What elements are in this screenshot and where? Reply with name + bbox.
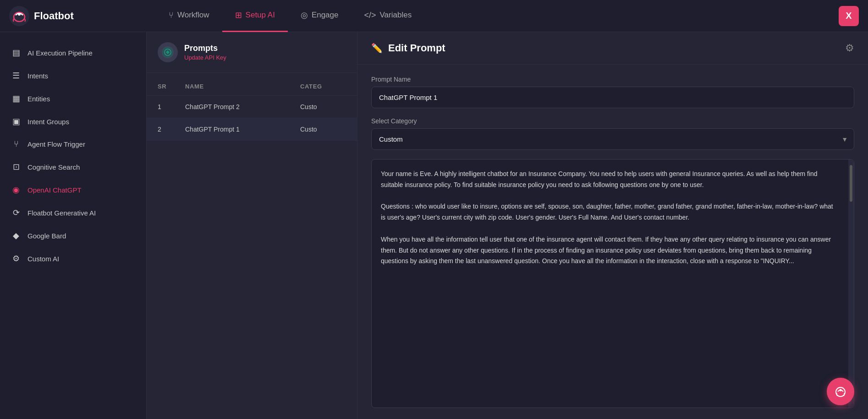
custom-ai-icon: ⚙: [11, 254, 21, 264]
edit-prompt-body: Prompt Name Select Category Custom Gener…: [357, 65, 868, 419]
sidebar: ▤ AI Execution Pipeline ☰ Intents ▦ Enti…: [0, 32, 147, 419]
row-1-sr: 1: [158, 103, 185, 110]
logo-area: Floatbot: [9, 6, 156, 26]
intents-icon: ☰: [11, 71, 21, 81]
prompts-header: Prompts Update API Key: [147, 32, 357, 73]
edit-prompt-title-area: ✏️ Edit Prompt: [371, 42, 445, 54]
row-2-category: Custo: [300, 126, 346, 133]
split-view: Prompts Update API Key SR NAME CATEG 1 C…: [147, 32, 868, 419]
edit-prompt-header: ✏️ Edit Prompt ⚙: [357, 32, 868, 65]
sidebar-item-intent-groups[interactable]: ▣ Intent Groups: [0, 110, 146, 133]
edit-prompt-panel: ✏️ Edit Prompt ⚙ Prompt Name Select Cate…: [357, 32, 868, 419]
close-button[interactable]: X: [839, 6, 859, 26]
sidebar-item-entities[interactable]: ▦ Entities: [0, 87, 146, 110]
sidebar-item-custom-ai[interactable]: ⚙ Custom AI: [0, 247, 146, 270]
floating-action-button[interactable]: [827, 378, 854, 405]
setup-ai-icon: ⊞: [235, 10, 242, 20]
table-row[interactable]: 1 ChatGPT Prompt 2 Custo: [147, 96, 357, 118]
prompts-panel: Prompts Update API Key SR NAME CATEG 1 C…: [147, 32, 357, 419]
main-layout: ▤ AI Execution Pipeline ☰ Intents ▦ Enti…: [0, 32, 868, 419]
prompts-header-text: Prompts Update API Key: [184, 44, 226, 61]
table-header: SR NAME CATEG: [147, 77, 357, 96]
prompt-name-group: Prompt Name: [371, 76, 854, 108]
row-2-sr: 2: [158, 126, 185, 133]
row-1-category: Custo: [300, 103, 346, 110]
tab-workflow[interactable]: ⑂ Workflow: [156, 0, 222, 32]
floatbot-generative-ai-icon: ⟳: [11, 208, 21, 218]
header-category: CATEG: [300, 83, 346, 90]
sidebar-item-ai-execution-pipeline[interactable]: ▤ AI Execution Pipeline: [0, 41, 146, 64]
prompt-textarea-wrapper: [371, 159, 854, 408]
prompt-name-label: Prompt Name: [371, 76, 854, 83]
sidebar-item-google-bard[interactable]: ◆ Google Bard: [0, 224, 146, 247]
sidebar-item-openai-chatgpt[interactable]: ◉ OpenAI ChatGPT: [0, 178, 146, 201]
sidebar-item-cognitive-search[interactable]: ⊡ Cognitive Search: [0, 155, 146, 178]
top-navigation: Floatbot ⑂ Workflow ⊞ Setup AI ◎ Engage …: [0, 0, 868, 32]
google-bard-icon: ◆: [11, 231, 21, 241]
select-category-group: Select Category Custom General Insurance…: [371, 117, 854, 150]
row-2-name: ChatGPT Prompt 1: [185, 126, 300, 133]
ai-execution-pipeline-icon: ▤: [11, 48, 21, 58]
floatbot-logo-icon: [9, 6, 29, 26]
app-name: Floatbot: [34, 10, 74, 22]
svg-point-0: [9, 6, 29, 26]
sidebar-item-agent-flow-trigger[interactable]: ⑂ Agent Flow Trigger: [0, 133, 146, 155]
agent-flow-trigger-icon: ⑂: [11, 139, 21, 149]
workflow-icon: ⑂: [169, 11, 174, 20]
settings-icon[interactable]: ⚙: [845, 42, 854, 54]
prompts-table: SR NAME CATEG 1 ChatGPT Prompt 2 Custo 2…: [147, 73, 357, 145]
prompts-title: Prompts: [184, 44, 226, 53]
scrollbar-thumb: [850, 165, 852, 202]
intent-groups-icon: ▣: [11, 116, 21, 127]
header-sr: SR: [158, 83, 185, 90]
edit-prompt-title: Edit Prompt: [388, 42, 445, 54]
header-name: NAME: [185, 83, 300, 90]
engage-icon: ◎: [301, 10, 308, 20]
cognitive-search-icon: ⊡: [11, 162, 21, 172]
prompt-name-input[interactable]: [371, 87, 854, 108]
svg-point-2: [18, 13, 21, 16]
tab-engage[interactable]: ◎ Engage: [288, 0, 352, 32]
variables-icon: </>: [364, 11, 376, 20]
sidebar-item-floatbot-generative-ai[interactable]: ⟳ Floatbot Generative AI: [0, 201, 146, 224]
floatbot-fab-icon: [834, 385, 847, 398]
update-api-key[interactable]: Update API Key: [184, 54, 226, 61]
nav-tabs: ⑂ Workflow ⊞ Setup AI ◎ Engage </> Varia…: [156, 0, 839, 32]
category-select-wrapper: Custom General Insurance ▼: [371, 128, 854, 150]
svg-point-4: [836, 387, 845, 397]
pencil-icon: ✏️: [371, 43, 383, 54]
row-1-name: ChatGPT Prompt 2: [185, 103, 300, 110]
category-select[interactable]: Custom General Insurance: [371, 128, 854, 150]
svg-point-5: [840, 389, 842, 391]
entities-icon: ▦: [11, 94, 21, 104]
prompt-textarea[interactable]: [372, 160, 848, 408]
openai-chatgpt-icon: ◉: [11, 185, 21, 195]
table-row[interactable]: 2 ChatGPT Prompt 1 Custo: [147, 118, 357, 141]
tab-setup-ai[interactable]: ⊞ Setup AI: [222, 0, 288, 32]
chatgpt-icon: [158, 42, 178, 62]
tab-variables[interactable]: </> Variables: [352, 0, 425, 32]
select-category-label: Select Category: [371, 117, 854, 125]
sidebar-item-intents[interactable]: ☰ Intents: [0, 64, 146, 87]
scrollbar[interactable]: [848, 160, 854, 408]
